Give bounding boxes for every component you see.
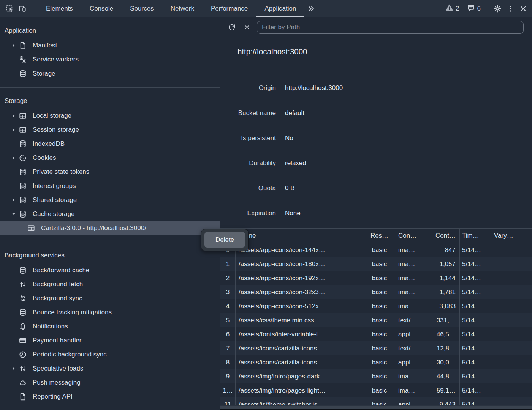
expander-collapsed-icon[interactable] <box>9 196 18 205</box>
device-toolbar-icon[interactable] <box>16 2 29 15</box>
column-header-con[interactable]: Con… <box>395 229 427 243</box>
table-row[interactable]: 6/assets/fonts/inter-variable-l…basicapp… <box>220 327 532 341</box>
database-icon <box>18 139 27 148</box>
column-header-cont[interactable]: Cont… <box>427 229 460 243</box>
cell-vary <box>491 271 532 285</box>
column-header-tim[interactable]: Tim… <box>460 229 491 243</box>
sidebar-item-payment-handler[interactable]: Payment handler <box>0 333 220 347</box>
sidebar-item-push-messaging[interactable]: Push messaging <box>0 375 220 390</box>
cell-res: basic <box>364 397 395 405</box>
cookie-icon <box>18 153 27 162</box>
clear-icon[interactable] <box>242 22 252 33</box>
horizontal-scrollbar[interactable] <box>220 405 532 409</box>
tab-application[interactable]: Application <box>256 0 304 17</box>
expander-spacer <box>9 378 18 387</box>
cell-num: 8 <box>220 355 236 369</box>
table-row[interactable]: 0/assets/app-icons/icon-144x…basicima…84… <box>220 243 532 257</box>
table-row[interactable]: 1…/assets/img/intro/pages-light…basicima… <box>220 383 532 397</box>
column-header-res[interactable]: Res… <box>364 229 395 243</box>
tab-performance[interactable]: Performance <box>203 0 256 17</box>
warning-icon <box>445 4 453 14</box>
sidebar-item-interest-groups[interactable]: Interest groups <box>0 179 220 193</box>
context-menu-item-delete[interactable]: Delete <box>204 232 245 248</box>
column-header-name[interactable]: Name <box>236 229 364 243</box>
cell-num: 2 <box>220 271 236 285</box>
sidebar-item-speculative-loads[interactable]: Speculative loads <box>0 361 220 375</box>
filter-by-path-input[interactable] <box>257 21 524 34</box>
sidebar-item-background-sync[interactable]: Background sync <box>0 291 220 305</box>
table-row[interactable]: 3/assets/app-icons/icon-32x3…basicima…1,… <box>220 285 532 299</box>
settings-gear-icon[interactable] <box>491 2 504 15</box>
table-row[interactable]: 4/assets/app-icons/icon-512x…basicima…3,… <box>220 299 532 313</box>
tab-console[interactable]: Console <box>81 0 122 17</box>
table-row[interactable]: 8/assets/icons/cartzilla-icons.…basicapp… <box>220 355 532 369</box>
tab-elements[interactable]: Elements <box>38 0 81 17</box>
tab-network[interactable]: Network <box>162 0 203 17</box>
column-header-vary[interactable]: Vary… <box>491 229 532 243</box>
sidebar-item-private-state-tokens[interactable]: Private state tokens <box>0 165 220 179</box>
table-row[interactable]: 1/assets/app-icons/icon-180x…basicima…1,… <box>220 257 532 271</box>
cell-name: /assets/img/intro/pages-dark… <box>236 369 364 383</box>
expander-spacer <box>9 308 18 317</box>
cell-size: 46,5… <box>427 327 460 341</box>
metadata-label: Expiration <box>220 210 276 217</box>
sidebar-item-service-workers[interactable]: Service workers <box>0 52 220 66</box>
cell-con: ima… <box>395 369 427 383</box>
sidebar-item-session-storage[interactable]: Session storage <box>0 123 220 137</box>
table-row[interactable]: 7/assets/icons/cartzilla-icons.…basictex… <box>220 341 532 355</box>
table-row[interactable]: 5/assets/css/theme.min.cssbasictext/…331… <box>220 313 532 327</box>
context-menu: Delete <box>201 229 249 251</box>
cell-vary <box>491 243 532 257</box>
sidebar-item-indexeddb[interactable]: IndexedDB <box>0 137 220 151</box>
sidebar-item-cache-storage[interactable]: Cache storage <box>0 207 220 221</box>
inspect-icon[interactable] <box>3 2 16 15</box>
sidebar-item-shared-storage[interactable]: Shared storage <box>0 193 220 207</box>
expander-collapsed-icon[interactable] <box>9 125 18 134</box>
sidebar-item-cartzilla-3-0-0-http-localhost-3000[interactable]: Cartzilla-3.0.0 - http://localhost:3000/ <box>0 221 220 235</box>
sidebar-item-manifest[interactable]: Manifest <box>0 38 220 52</box>
tab-sources[interactable]: Sources <box>122 0 162 17</box>
database-icon <box>18 308 27 317</box>
cloud-icon <box>18 378 27 387</box>
expander-collapsed-icon[interactable] <box>9 111 18 120</box>
sidebar-item-cookies[interactable]: Cookies <box>0 151 220 165</box>
cell-name: /assets/css/theme.min.css <box>236 313 364 327</box>
sidebar-item-label: Service workers <box>33 56 79 63</box>
refresh-icon[interactable] <box>226 22 237 33</box>
table-row[interactable]: 11/assets/js/theme-switcher.jsbasicappl…… <box>220 397 532 405</box>
cell-con: ima… <box>395 257 427 271</box>
sidebar-item-reporting-api[interactable]: Reporting API <box>0 390 220 404</box>
table-row[interactable]: 2/assets/app-icons/icon-192x…basicima…1,… <box>220 271 532 285</box>
cell-name: /assets/icons/cartzilla-icons.… <box>236 355 364 369</box>
expander-expanded-icon[interactable] <box>9 210 18 219</box>
toolbar-divider <box>32 4 32 14</box>
cell-vary <box>491 341 532 355</box>
sidebar-item-bounce-tracking-mitigations[interactable]: Bounce tracking mitigations <box>0 305 220 319</box>
sidebar-item-background-fetch[interactable]: Background fetch <box>0 277 220 291</box>
cell-time: 5/14… <box>460 369 491 383</box>
sidebar-item-notifications[interactable]: Notifications <box>0 319 220 333</box>
cell-vary <box>491 313 532 327</box>
sidebar-item-periodic-background-sync[interactable]: Periodic background sync <box>0 347 220 361</box>
expander-collapsed-icon[interactable] <box>9 364 18 373</box>
kebab-menu-icon[interactable] <box>504 2 517 15</box>
issues-badge[interactable]: 6 <box>467 4 481 14</box>
expander-collapsed-icon[interactable] <box>9 153 18 162</box>
table-icon <box>27 224 36 233</box>
warnings-badge[interactable]: 2 <box>445 4 459 14</box>
cell-size: 847 <box>427 243 460 257</box>
metadata-label: Durability <box>220 159 276 167</box>
cell-size: 1,057 <box>427 257 460 271</box>
cell-num: 11 <box>220 397 236 405</box>
sidebar-item-local-storage[interactable]: Local storage <box>0 109 220 123</box>
table-row[interactable]: 9/assets/img/intro/pages-dark…basicima…4… <box>220 369 532 383</box>
expander-collapsed-icon[interactable] <box>9 41 18 50</box>
more-tabs-icon[interactable] <box>304 0 318 17</box>
sidebar-item-back-forward-cache[interactable]: Back/forward cache <box>0 263 220 277</box>
document-icon <box>18 392 27 401</box>
close-icon[interactable] <box>517 2 530 15</box>
cell-time: 5/14… <box>460 257 491 271</box>
cell-time: 5/14… <box>460 271 491 285</box>
sidebar-item-storage[interactable]: Storage <box>0 66 220 80</box>
warning-count: 2 <box>456 5 459 13</box>
